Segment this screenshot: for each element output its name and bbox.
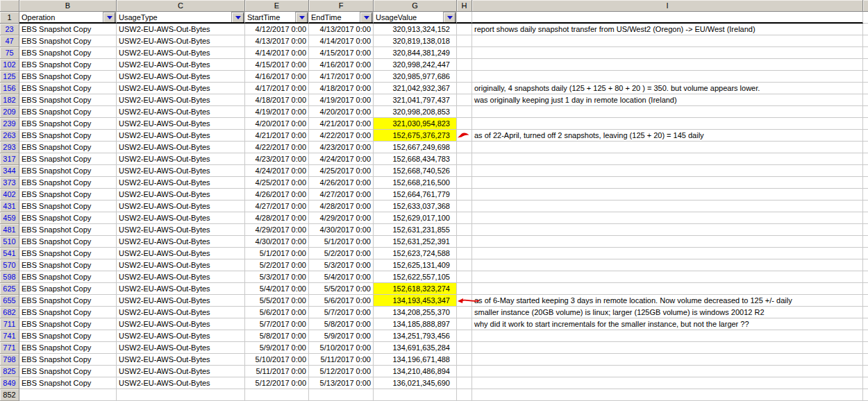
row-header[interactable]: 798 (0, 354, 19, 366)
cell-usagetype[interactable]: USW2-EU-AWS-Out-Bytes (117, 200, 245, 212)
cell-starttime[interactable]: 4/21/2017 0:00 (245, 130, 309, 142)
cell-starttime[interactable]: 4/12/2017 0:00 (245, 24, 309, 35)
cell-h[interactable] (457, 342, 472, 354)
cell-operation[interactable]: EBS Snapshot Copy (19, 189, 117, 200)
cell-operation[interactable]: EBS Snapshot Copy (19, 271, 117, 283)
cell-h[interactable] (457, 24, 472, 35)
cell-operation[interactable]: EBS Snapshot Copy (19, 165, 117, 177)
cell-operation[interactable]: EBS Snapshot Copy (19, 377, 117, 389)
cell-usagetype[interactable]: USW2-EU-AWS-Out-Bytes (117, 142, 245, 153)
row-header[interactable]: 373 (0, 177, 19, 189)
cell-operation[interactable]: EBS Snapshot Copy (19, 224, 117, 236)
cell-operation[interactable]: EBS Snapshot Copy (19, 83, 117, 94)
cell-usagetype[interactable]: USW2-EU-AWS-Out-Bytes (117, 83, 245, 94)
cell-usagetype[interactable]: USW2-EU-AWS-Out-Bytes (117, 271, 245, 283)
cell-starttime[interactable]: 4/15/2017 0:00 (245, 59, 309, 71)
cell-usagevalue[interactable]: 320,913,324,152 (374, 24, 457, 35)
cell-starttime[interactable]: 5/4/2017 0:00 (245, 283, 309, 295)
column-header-f[interactable]: F (309, 0, 374, 12)
cell-usagetype[interactable]: USW2-EU-AWS-Out-Bytes (117, 177, 245, 189)
autofilter-dropdown-button[interactable] (444, 12, 456, 23)
cell-usagevalue[interactable]: 152,618,323,274 (374, 283, 457, 295)
cell-h[interactable] (457, 366, 472, 377)
row-header[interactable]: 239 (0, 118, 19, 130)
cell-usagetype[interactable]: USW2-EU-AWS-Out-Bytes (117, 71, 245, 83)
row-header[interactable]: 182 (0, 94, 19, 106)
row-header-1[interactable]: 1 (0, 12, 19, 24)
row-header[interactable]: 682 (0, 307, 19, 318)
cell-starttime[interactable]: 5/10/2017 0:00 (245, 354, 309, 366)
cell-comment[interactable] (472, 259, 863, 271)
cell-endtime[interactable]: 4/22/2017 0:00 (309, 130, 374, 142)
cell-comment[interactable] (472, 377, 863, 389)
cell-endtime[interactable]: 5/3/2017 0:00 (309, 259, 374, 271)
cell-operation[interactable]: EBS Snapshot Copy (19, 330, 117, 342)
cell-comment[interactable] (472, 106, 863, 118)
cell-comment[interactable] (472, 283, 863, 295)
row-header[interactable]: 598 (0, 271, 19, 283)
cell-operation[interactable]: EBS Snapshot Copy (19, 248, 117, 259)
cell-usagevalue[interactable]: 152,668,434,783 (374, 153, 457, 165)
cell-usagetype[interactable]: USW2-EU-AWS-Out-Bytes (117, 259, 245, 271)
cell-usagevalue[interactable]: 152,668,740,526 (374, 165, 457, 177)
row-header[interactable]: 47 (0, 35, 19, 47)
row-header[interactable]: 459 (0, 212, 19, 224)
cell-h[interactable] (457, 71, 472, 83)
cell-usagevalue[interactable]: 320,998,208,853 (374, 106, 457, 118)
cell-comment[interactable] (472, 271, 863, 283)
cell-usagetype[interactable]: USW2-EU-AWS-Out-Bytes (117, 248, 245, 259)
column-header-e[interactable]: E (245, 0, 309, 12)
column-header-c[interactable]: C (117, 0, 245, 12)
row-header[interactable]: 711 (0, 318, 19, 330)
cell-usagetype[interactable]: USW2-EU-AWS-Out-Bytes (117, 283, 245, 295)
cell-h[interactable] (457, 153, 472, 165)
cell-operation[interactable]: EBS Snapshot Copy (19, 236, 117, 248)
cell-starttime[interactable]: 4/25/2017 0:00 (245, 177, 309, 189)
cell-usagevalue[interactable]: 134,185,888,897 (374, 318, 457, 330)
cell-endtime[interactable]: 4/26/2017 0:00 (309, 177, 374, 189)
row-header[interactable]: 510 (0, 236, 19, 248)
cell-endtime[interactable] (309, 389, 374, 401)
cell-endtime[interactable]: 5/8/2017 0:00 (309, 318, 374, 330)
cell-h[interactable] (457, 354, 472, 366)
row-header[interactable]: 125 (0, 71, 19, 83)
cell-comment[interactable]: why did it work to start incrementals fo… (472, 318, 863, 330)
cell-starttime[interactable] (245, 389, 309, 401)
cell-starttime[interactable]: 4/24/2017 0:00 (245, 165, 309, 177)
cell-h[interactable] (457, 83, 472, 94)
cell-h[interactable] (457, 189, 472, 200)
cell-endtime[interactable]: 4/29/2017 0:00 (309, 212, 374, 224)
cell-endtime[interactable]: 5/9/2017 0:00 (309, 330, 374, 342)
cell-h[interactable] (457, 177, 472, 189)
cell-usagetype[interactable]: USW2-EU-AWS-Out-Bytes (117, 106, 245, 118)
cell-usagetype[interactable]: USW2-EU-AWS-Out-Bytes (117, 377, 245, 389)
cell-endtime[interactable]: 5/1/2017 0:00 (309, 236, 374, 248)
cell-starttime[interactable]: 4/16/2017 0:00 (245, 71, 309, 83)
cell-usagevalue[interactable]: 152,633,037,368 (374, 200, 457, 212)
cell-usagetype[interactable]: USW2-EU-AWS-Out-Bytes (117, 330, 245, 342)
cell-comment[interactable] (472, 212, 863, 224)
row-header[interactable]: 481 (0, 224, 19, 236)
column-header-g[interactable]: G (374, 0, 457, 12)
row-header[interactable]: 655 (0, 295, 19, 307)
autofilter-dropdown-button[interactable] (232, 12, 244, 23)
cell-usagevalue[interactable]: 152,623,724,588 (374, 248, 457, 259)
cell-usagetype[interactable] (117, 389, 245, 401)
cell-operation[interactable]: EBS Snapshot Copy (19, 35, 117, 47)
cell-operation[interactable]: EBS Snapshot Copy (19, 59, 117, 71)
cell-endtime[interactable]: 4/28/2017 0:00 (309, 200, 374, 212)
cell-operation[interactable]: EBS Snapshot Copy (19, 366, 117, 377)
cell-h[interactable] (457, 47, 472, 59)
cell-starttime[interactable]: 4/14/2017 0:00 (245, 47, 309, 59)
cell-usagevalue[interactable]: 152,667,249,698 (374, 142, 457, 153)
row-header-last[interactable]: 852 (0, 389, 19, 401)
cell-endtime[interactable]: 5/6/2017 0:00 (309, 295, 374, 307)
cell-usagetype[interactable]: USW2-EU-AWS-Out-Bytes (117, 94, 245, 106)
row-header[interactable]: 741 (0, 330, 19, 342)
cell-comment[interactable]: report shows daily snapshot transfer fro… (472, 24, 863, 35)
cell-starttime[interactable]: 4/13/2017 0:00 (245, 35, 309, 47)
row-header[interactable]: 825 (0, 366, 19, 377)
cell-h[interactable] (457, 295, 472, 307)
cell-endtime[interactable]: 5/10/2017 0:00 (309, 342, 374, 354)
cell-starttime[interactable]: 5/3/2017 0:00 (245, 271, 309, 283)
